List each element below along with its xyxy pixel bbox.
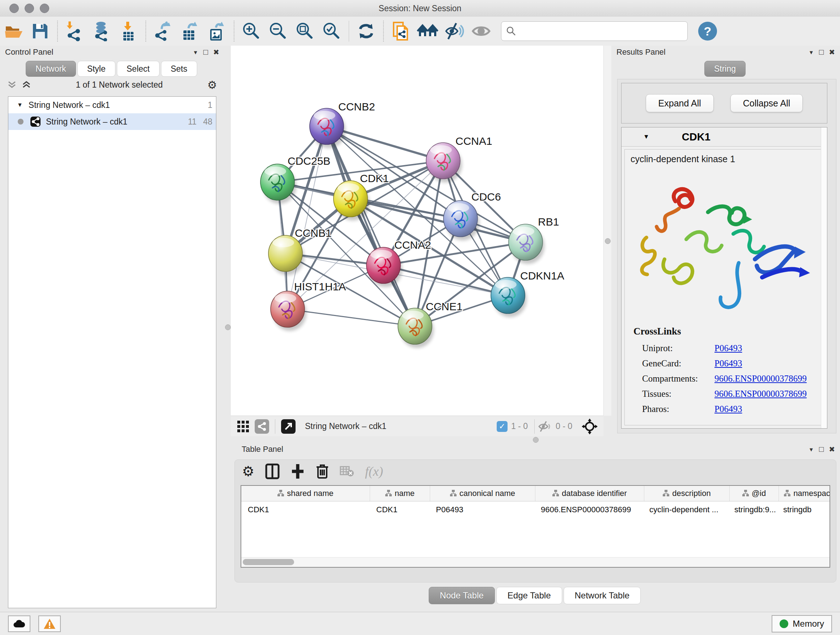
show-all-button[interactable] — [470, 20, 493, 42]
vertical-splitter-right[interactable] — [603, 46, 612, 416]
results-panel: Results Panel ▼ □ ✖ String Expand All Co… — [611, 46, 840, 436]
column-header-namespace[interactable]: namespace — [779, 486, 830, 501]
export-table-button[interactable] — [179, 20, 201, 42]
save-icon — [31, 22, 49, 40]
collapse-all-button[interactable]: Collapse All — [730, 94, 803, 112]
help-button[interactable]: ? — [696, 20, 719, 42]
tab-node-table[interactable]: Node Table — [429, 587, 495, 604]
zoom-selected-button[interactable] — [321, 20, 343, 42]
network-node-CDK1[interactable]: CDK1 — [333, 172, 389, 220]
crosslink-row: Uniprot:P06493 — [625, 340, 824, 356]
horizontal-splitter[interactable] — [231, 436, 840, 443]
splitter-handle[interactable] — [605, 238, 611, 244]
tab-network-table[interactable]: Network Table — [564, 587, 641, 604]
open-session-button[interactable] — [2, 20, 25, 42]
column-header-canonical-name[interactable]: canonical name — [430, 486, 535, 501]
network-edge[interactable] — [351, 199, 526, 242]
new-network-from-selection-button[interactable] — [390, 20, 412, 42]
first-neighbors-button[interactable] — [416, 20, 439, 42]
splitter-handle[interactable] — [533, 437, 538, 443]
crosslink-value-link[interactable]: P06493 — [714, 358, 742, 369]
crosslink-label: Tissues: — [642, 389, 714, 399]
network-node-CCNB1[interactable]: CCNB1 — [268, 227, 332, 275]
collapse-panel-icon[interactable]: ▼ — [193, 49, 198, 55]
tab-edge-table[interactable]: Edge Table — [496, 587, 562, 604]
import-table-from-file-button[interactable] — [117, 20, 140, 42]
vertical-splitter-left[interactable] — [224, 46, 231, 612]
protein-structure-image — [625, 169, 824, 325]
network-node-CCNE1[interactable]: CCNE1 — [398, 301, 463, 348]
import-network-from-file-button[interactable] — [64, 20, 86, 42]
fit-content-crosshair-icon[interactable] — [582, 418, 598, 434]
hide-selected-button[interactable] — [443, 20, 466, 42]
tab-sets[interactable]: Sets — [161, 61, 197, 77]
crosslink-value-link[interactable]: P06493 — [714, 404, 742, 414]
close-panel-icon[interactable]: ✖ — [829, 445, 835, 454]
network-node-HIST1H1A[interactable]: HIST1H1A — [271, 280, 346, 331]
crosslink-value-link[interactable]: 9606.ENSP00000378699 — [714, 374, 807, 384]
network-edge[interactable] — [287, 309, 415, 326]
results-tab-string[interactable]: String — [704, 61, 745, 77]
table-toolbar: ⚙ f(x) — [235, 460, 836, 483]
zoom-out-button[interactable] — [267, 20, 289, 42]
tab-network[interactable]: Network — [26, 61, 76, 77]
crosslink-value-link[interactable]: P06493 — [714, 343, 742, 353]
network-list-subheader: 1 of 1 Network selected ⚙ — [0, 77, 224, 93]
close-panel-icon[interactable]: ✖ — [213, 48, 219, 57]
open-in-browser-button[interactable] — [281, 419, 295, 434]
collapse-panel-icon[interactable]: ▼ — [808, 49, 814, 55]
network-node-CDKN1A[interactable]: CDKN1A — [491, 270, 564, 317]
save-session-button[interactable] — [29, 20, 51, 42]
table-row[interactable]: CDK1CDK1P064939606.ENSP00000378699cyclin… — [241, 501, 829, 518]
crosslink-value-link[interactable]: 9606.ENSP00000378699 — [714, 389, 807, 399]
network-options-gear-icon[interactable]: ⚙ — [207, 79, 217, 91]
collapse-panel-icon[interactable]: ▼ — [808, 447, 814, 453]
table-settings-gear-icon[interactable]: ⚙ — [242, 463, 254, 479]
birdseye-toggle-button[interactable] — [237, 420, 249, 433]
tree-expander-icon[interactable]: ▼ — [17, 102, 23, 108]
column-header-@id[interactable]: @id — [729, 486, 779, 501]
cloud-status-button[interactable] — [8, 616, 30, 632]
tab-style[interactable]: Style — [77, 61, 115, 77]
memory-button[interactable]: Memory — [772, 615, 832, 632]
expand-all-button[interactable]: Expand All — [646, 94, 714, 112]
node-details-header[interactable]: ▼ CDK1 — [622, 127, 827, 147]
table-horizontal-scrollbar[interactable] — [241, 557, 829, 567]
export-image-button[interactable] — [205, 20, 228, 42]
tab-select[interactable]: Select — [117, 61, 159, 77]
results-scrollbar[interactable] — [821, 127, 827, 428]
collapse-entry-icon[interactable]: ▼ — [643, 133, 649, 141]
collapse-all-icon[interactable] — [7, 80, 17, 89]
network-node-RB1[interactable]: RB1 — [508, 216, 559, 264]
selected-nodes-checkbox[interactable]: ✓ — [497, 421, 508, 432]
float-panel-icon[interactable]: □ — [819, 445, 824, 454]
add-column-icon[interactable] — [291, 463, 305, 479]
float-panel-icon[interactable]: □ — [819, 48, 824, 57]
apply-layout-button[interactable] — [355, 20, 377, 42]
show-columns-icon[interactable] — [265, 463, 279, 479]
expand-all-icon[interactable] — [22, 80, 31, 89]
zoom-in-button[interactable] — [240, 20, 263, 42]
column-header-label: name — [395, 489, 415, 498]
zoom-fit-button[interactable] — [294, 20, 316, 42]
column-header-database-identifier[interactable]: database identifier — [535, 486, 644, 501]
tree-row[interactable]: String Network – cdk11148 — [8, 113, 216, 130]
toolbar-search-input[interactable] — [501, 21, 688, 41]
network-canvas[interactable]: CCNB2CCNA1CDC25BCDK1CDC6RB1CCNB1CCNA2CDK… — [231, 46, 603, 416]
delete-column-trash-icon[interactable] — [316, 463, 329, 479]
column-header-name[interactable]: name — [370, 486, 430, 501]
tree-row[interactable]: ▼String Network – cdk11 — [8, 97, 216, 113]
float-panel-icon[interactable]: □ — [203, 48, 208, 57]
column-header-label: description — [672, 489, 711, 498]
import-network-from-database-button[interactable] — [90, 20, 113, 42]
column-header-description[interactable]: description — [644, 486, 729, 501]
zoom-in-icon — [241, 21, 262, 41]
scrollbar-thumb[interactable] — [243, 559, 294, 565]
view-toolbar-separator — [275, 419, 275, 434]
column-header-shared-name[interactable]: shared name — [241, 486, 370, 501]
network-share-button[interactable] — [255, 419, 269, 434]
warning-status-button[interactable] — [38, 616, 61, 632]
splitter-handle[interactable] — [225, 325, 231, 330]
export-network-button[interactable] — [152, 20, 174, 42]
close-panel-icon[interactable]: ✖ — [829, 48, 835, 57]
